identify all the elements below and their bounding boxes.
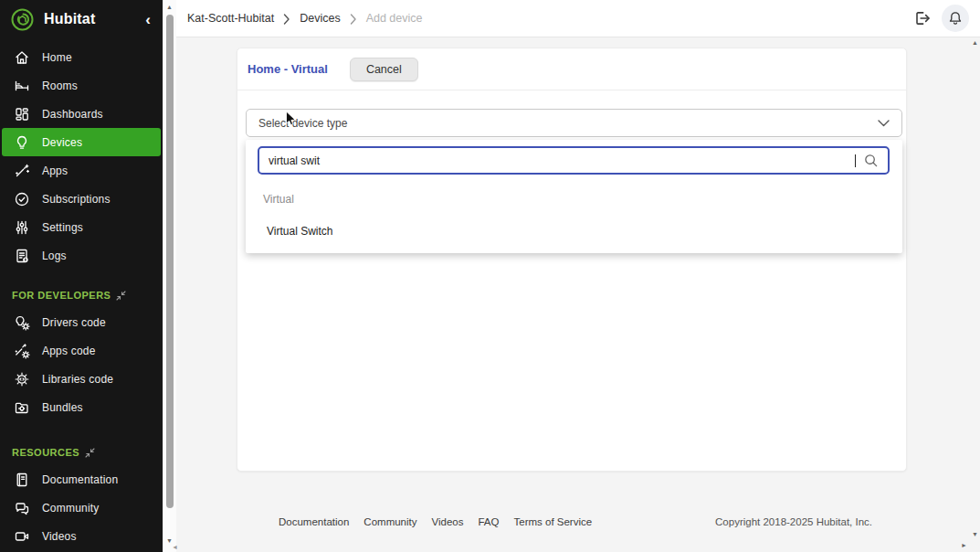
sidebar-label: Drivers code	[42, 316, 106, 329]
dashboards-icon	[14, 106, 30, 122]
scroll-down-arrow[interactable]: ▼	[166, 537, 173, 544]
card-header: Home - Virtual Cancel	[237, 48, 906, 90]
sidebar-item-rooms[interactable]: Rooms	[2, 71, 161, 100]
footer-link-terms[interactable]: Terms of Service	[514, 516, 593, 527]
sidebar-section-for-developers: FOR DEVELOPERS	[0, 284, 163, 306]
scroll-down-arrow[interactable]: ▼	[972, 531, 978, 537]
sidebar-item-libraries-code[interactable]: Libraries code	[2, 365, 161, 393]
device-type-dropdown: Virtual Virtual Switch	[246, 140, 902, 253]
hubitat-logo-icon	[10, 7, 35, 32]
sidebar-label: Rooms	[42, 80, 78, 92]
app-window: Hubitat ‹ Home Rooms Dashboards Devices	[0, 0, 980, 552]
chevron-right-icon	[350, 14, 357, 25]
sidebar-header: Hubitat ‹	[0, 0, 163, 38]
device-type-select[interactable]: Select device type	[246, 109, 902, 137]
scroll-up-arrow[interactable]: ▲	[166, 4, 173, 10]
tab-home-virtual[interactable]: Home - Virtual	[248, 62, 328, 76]
home-icon	[14, 49, 30, 66]
sidebar-label: Subscriptions	[42, 193, 111, 206]
search-icon	[863, 153, 879, 168]
sidebar-label: Libraries code	[42, 373, 113, 386]
sidebar-label: Logs	[42, 249, 67, 262]
search-input[interactable]	[269, 154, 857, 167]
settings-icon	[14, 219, 30, 236]
sidebar-item-apps[interactable]: Apps	[2, 156, 161, 185]
logout-icon[interactable]	[912, 9, 931, 27]
resize-arrows-icon	[85, 448, 95, 458]
apps-icon	[14, 163, 30, 179]
main-area: Kat-Scott-Hubitat Devices Add device Hom…	[176, 0, 980, 552]
footer-link-community[interactable]: Community	[364, 516, 416, 527]
sidebar-item-bundles[interactable]: Bundles	[2, 393, 161, 421]
sidebar-scrollbar[interactable]: ▲ ▼ ◄	[163, 0, 176, 552]
apps-code-icon	[14, 343, 30, 359]
breadcrumb-devices[interactable]: Devices	[300, 12, 340, 25]
sidebar-collapse-button[interactable]: ‹	[142, 12, 153, 27]
sidebar-nav: Home Rooms Dashboards Devices Apps Subsc…	[0, 38, 163, 550]
device-type-select-value: Select device type	[258, 117, 347, 130]
sidebar-label: Apps	[42, 165, 68, 177]
copyright-text: Copyright 2018-2025 Hubitat, Inc.	[715, 516, 872, 527]
breadcrumb-hub-name[interactable]: Kat-Scott-Hubitat	[187, 12, 274, 25]
footer-link-faq[interactable]: FAQ	[478, 516, 499, 527]
sidebar-label: Documentation	[42, 473, 118, 486]
sidebar-label: Bundles	[42, 401, 83, 414]
sidebar-item-dashboards[interactable]: Dashboards	[2, 100, 161, 128]
dropdown-option-virtual-switch[interactable]: Virtual Switch	[246, 217, 902, 246]
sidebar-scrollbar-thumb[interactable]	[166, 15, 174, 508]
breadcrumb: Kat-Scott-Hubitat Devices Add device	[187, 12, 423, 25]
documentation-icon	[14, 472, 30, 488]
scroll-up-arrow[interactable]: ▲	[972, 39, 978, 46]
videos-icon	[14, 528, 30, 545]
text-caret	[855, 154, 857, 167]
community-icon	[14, 500, 30, 516]
sidebar-item-drivers-code[interactable]: Drivers code	[2, 308, 161, 336]
chevron-right-icon	[283, 14, 290, 25]
devices-icon	[14, 134, 30, 151]
sidebar-label: Settings	[42, 221, 83, 234]
footer-link-documentation[interactable]: Documentation	[279, 516, 349, 527]
sidebar-label: Community	[42, 502, 99, 515]
subscriptions-icon	[14, 191, 30, 207]
sidebar-item-apps-code[interactable]: Apps code	[2, 336, 161, 365]
sidebar-label: Dashboards	[42, 108, 103, 121]
logs-icon	[14, 248, 30, 264]
topbar-actions	[912, 5, 969, 32]
brand-title: Hubitat	[44, 11, 96, 27]
breadcrumb-add-device: Add device	[366, 12, 423, 25]
sidebar-item-devices[interactable]: Devices	[2, 128, 161, 156]
bundles-icon	[14, 399, 30, 416]
scroll-left-arrow[interactable]: ◄	[172, 544, 178, 550]
section-header-label: FOR DEVELOPERS	[12, 290, 111, 301]
libraries-code-icon	[14, 371, 30, 387]
bell-icon[interactable]	[942, 5, 969, 32]
chevron-down-icon	[878, 120, 890, 127]
sidebar-label: Videos	[42, 530, 77, 543]
add-device-card: Home - Virtual Cancel Select device type…	[237, 48, 907, 472]
footer-link-videos[interactable]: Videos	[432, 516, 464, 527]
top-bar: Kat-Scott-Hubitat Devices Add device	[176, 0, 980, 37]
sidebar-item-logs[interactable]: Logs	[2, 241, 161, 270]
sidebar-item-documentation[interactable]: Documentation	[2, 465, 161, 494]
sidebar: Hubitat ‹ Home Rooms Dashboards Devices	[0, 0, 163, 552]
sidebar-item-videos[interactable]: Videos	[2, 522, 161, 550]
device-type-search[interactable]	[258, 146, 890, 175]
cancel-button[interactable]: Cancel	[350, 58, 418, 81]
dropdown-group-virtual: Virtual	[263, 187, 294, 211]
scroll-right-arrow[interactable]: ►	[961, 542, 967, 548]
page-footer: Documentation Community Videos FAQ Terms…	[279, 516, 872, 527]
sidebar-item-community[interactable]: Community	[2, 494, 161, 522]
sidebar-item-home[interactable]: Home	[2, 43, 161, 71]
sidebar-label: Home	[42, 51, 72, 64]
sidebar-label: Devices	[42, 136, 82, 149]
sidebar-item-settings[interactable]: Settings	[2, 213, 161, 241]
drivers-code-icon	[14, 314, 30, 331]
sidebar-label: Apps code	[42, 345, 96, 357]
resize-arrows-icon	[116, 291, 126, 301]
rooms-icon	[14, 78, 30, 94]
sidebar-section-resources: RESOURCES	[0, 441, 163, 463]
sidebar-item-subscriptions[interactable]: Subscriptions	[2, 185, 161, 213]
section-header-label: RESOURCES	[12, 447, 79, 458]
